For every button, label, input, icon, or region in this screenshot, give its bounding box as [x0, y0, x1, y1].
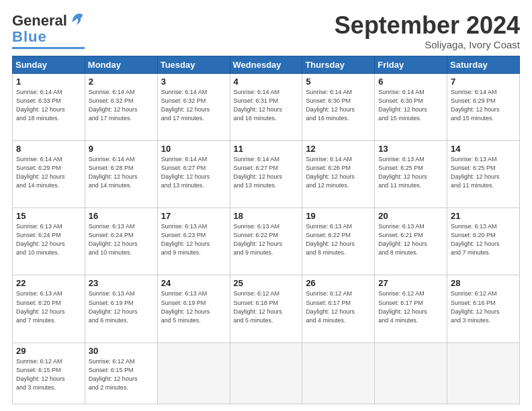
calendar-cell: 9Sunrise: 6:14 AM Sunset: 6:28 PM Daylig…: [85, 140, 157, 208]
calendar-cell: 2Sunrise: 6:14 AM Sunset: 6:32 PM Daylig…: [85, 73, 157, 140]
header: General Blue September 2024 Soliyaga, Iv…: [12, 12, 520, 50]
month-title: September 2024: [335, 12, 520, 39]
weekday-sunday: Sunday: [13, 56, 85, 73]
day-number: 16: [89, 211, 154, 221]
day-info: Sunrise: 6:14 AM Sunset: 6:29 PM Dayligh…: [16, 155, 81, 190]
calendar-cell: 7Sunrise: 6:14 AM Sunset: 6:29 PM Daylig…: [447, 73, 520, 140]
week-row-4: 22Sunrise: 6:13 AM Sunset: 6:20 PM Dayli…: [13, 275, 520, 342]
calendar-cell: 18Sunrise: 6:13 AM Sunset: 6:22 PM Dayli…: [230, 208, 302, 275]
day-number: 24: [161, 278, 226, 288]
logo-general: General: [12, 12, 67, 30]
day-number: 14: [451, 144, 516, 154]
day-number: 13: [378, 144, 443, 154]
logo-blue: Blue: [12, 28, 47, 45]
calendar-cell: 4Sunrise: 6:14 AM Sunset: 6:31 PM Daylig…: [230, 73, 302, 140]
calendar-cell: [302, 342, 375, 404]
day-number: 30: [89, 346, 154, 356]
day-info: Sunrise: 6:14 AM Sunset: 6:26 PM Dayligh…: [306, 155, 371, 190]
location: Soliyaga, Ivory Coast: [335, 39, 520, 50]
logo: General Blue: [12, 12, 85, 49]
calendar-cell: 30Sunrise: 6:12 AM Sunset: 6:15 PM Dayli…: [85, 342, 157, 404]
calendar-cell: 21Sunrise: 6:13 AM Sunset: 6:20 PM Dayli…: [447, 208, 520, 275]
day-info: Sunrise: 6:12 AM Sunset: 6:17 PM Dayligh…: [306, 289, 371, 324]
calendar-cell: [230, 342, 302, 404]
week-row-1: 1Sunrise: 6:14 AM Sunset: 6:33 PM Daylig…: [13, 73, 520, 140]
day-number: 18: [234, 211, 299, 221]
day-number: 17: [161, 211, 226, 221]
calendar-cell: 22Sunrise: 6:13 AM Sunset: 6:20 PM Dayli…: [13, 275, 85, 342]
day-info: Sunrise: 6:13 AM Sunset: 6:20 PM Dayligh…: [16, 289, 81, 324]
day-info: Sunrise: 6:13 AM Sunset: 6:22 PM Dayligh…: [306, 222, 371, 257]
logo-bird-icon: [69, 11, 85, 28]
day-number: 21: [451, 211, 516, 221]
calendar-cell: 27Sunrise: 6:12 AM Sunset: 6:17 PM Dayli…: [375, 275, 447, 342]
day-info: Sunrise: 6:12 AM Sunset: 6:15 PM Dayligh…: [16, 357, 81, 392]
day-info: Sunrise: 6:13 AM Sunset: 6:24 PM Dayligh…: [89, 222, 154, 257]
day-info: Sunrise: 6:13 AM Sunset: 6:20 PM Dayligh…: [451, 222, 516, 257]
calendar-cell: 20Sunrise: 6:13 AM Sunset: 6:21 PM Dayli…: [375, 208, 447, 275]
weekday-wednesday: Wednesday: [230, 56, 302, 73]
day-info: Sunrise: 6:14 AM Sunset: 6:27 PM Dayligh…: [161, 155, 226, 190]
day-number: 9: [89, 144, 154, 154]
calendar-cell: 19Sunrise: 6:13 AM Sunset: 6:22 PM Dayli…: [302, 208, 375, 275]
calendar-cell: [375, 342, 447, 404]
calendar-cell: [157, 342, 230, 404]
weekday-monday: Monday: [85, 56, 157, 73]
day-number: 3: [161, 77, 226, 87]
day-number: 26: [306, 278, 371, 288]
day-info: Sunrise: 6:12 AM Sunset: 6:15 PM Dayligh…: [89, 357, 154, 392]
day-number: 11: [234, 144, 299, 154]
day-number: 6: [378, 77, 443, 87]
calendar-cell: 3Sunrise: 6:14 AM Sunset: 6:32 PM Daylig…: [157, 73, 230, 140]
day-info: Sunrise: 6:14 AM Sunset: 6:28 PM Dayligh…: [89, 155, 154, 190]
day-number: 1: [16, 77, 81, 87]
calendar-cell: 29Sunrise: 6:12 AM Sunset: 6:15 PM Dayli…: [13, 342, 85, 404]
calendar-cell: 28Sunrise: 6:12 AM Sunset: 6:16 PM Dayli…: [447, 275, 520, 342]
calendar-cell: 8Sunrise: 6:14 AM Sunset: 6:29 PM Daylig…: [13, 140, 85, 208]
calendar-cell: [447, 342, 520, 404]
title-section: September 2024 Soliyaga, Ivory Coast: [335, 12, 520, 50]
day-info: Sunrise: 6:13 AM Sunset: 6:22 PM Dayligh…: [234, 222, 299, 257]
calendar-cell: 13Sunrise: 6:13 AM Sunset: 6:25 PM Dayli…: [375, 140, 447, 208]
calendar-table: SundayMondayTuesdayWednesdayThursdayFrid…: [12, 56, 520, 404]
weekday-friday: Friday: [375, 56, 447, 73]
day-number: 23: [89, 278, 154, 288]
calendar-cell: 5Sunrise: 6:14 AM Sunset: 6:30 PM Daylig…: [302, 73, 375, 140]
day-number: 28: [451, 278, 516, 288]
calendar-cell: 6Sunrise: 6:14 AM Sunset: 6:30 PM Daylig…: [375, 73, 447, 140]
calendar-cell: 25Sunrise: 6:12 AM Sunset: 6:18 PM Dayli…: [230, 275, 302, 342]
calendar-cell: 10Sunrise: 6:14 AM Sunset: 6:27 PM Dayli…: [157, 140, 230, 208]
weekday-saturday: Saturday: [447, 56, 520, 73]
day-number: 22: [16, 278, 81, 288]
day-info: Sunrise: 6:12 AM Sunset: 6:17 PM Dayligh…: [378, 289, 443, 324]
week-row-3: 15Sunrise: 6:13 AM Sunset: 6:24 PM Dayli…: [13, 208, 520, 275]
day-number: 7: [451, 77, 516, 87]
day-info: Sunrise: 6:14 AM Sunset: 6:27 PM Dayligh…: [234, 155, 299, 190]
day-number: 19: [306, 211, 371, 221]
day-info: Sunrise: 6:14 AM Sunset: 6:32 PM Dayligh…: [89, 88, 154, 123]
day-info: Sunrise: 6:13 AM Sunset: 6:23 PM Dayligh…: [161, 222, 226, 257]
day-number: 10: [161, 144, 226, 154]
day-info: Sunrise: 6:13 AM Sunset: 6:25 PM Dayligh…: [378, 155, 443, 190]
calendar-cell: 17Sunrise: 6:13 AM Sunset: 6:23 PM Dayli…: [157, 208, 230, 275]
day-info: Sunrise: 6:14 AM Sunset: 6:33 PM Dayligh…: [16, 88, 81, 123]
day-info: Sunrise: 6:14 AM Sunset: 6:32 PM Dayligh…: [161, 88, 226, 123]
calendar-cell: 1Sunrise: 6:14 AM Sunset: 6:33 PM Daylig…: [13, 73, 85, 140]
day-number: 12: [306, 144, 371, 154]
day-info: Sunrise: 6:14 AM Sunset: 6:30 PM Dayligh…: [378, 88, 443, 123]
day-info: Sunrise: 6:12 AM Sunset: 6:16 PM Dayligh…: [451, 289, 516, 324]
calendar-cell: 24Sunrise: 6:13 AM Sunset: 6:19 PM Dayli…: [157, 275, 230, 342]
day-number: 2: [89, 77, 154, 87]
day-info: Sunrise: 6:14 AM Sunset: 6:30 PM Dayligh…: [306, 88, 371, 123]
day-number: 15: [16, 211, 81, 221]
day-number: 20: [378, 211, 443, 221]
calendar-cell: 26Sunrise: 6:12 AM Sunset: 6:17 PM Dayli…: [302, 275, 375, 342]
weekday-thursday: Thursday: [302, 56, 375, 73]
day-info: Sunrise: 6:14 AM Sunset: 6:31 PM Dayligh…: [234, 88, 299, 123]
calendar-cell: 15Sunrise: 6:13 AM Sunset: 6:24 PM Dayli…: [13, 208, 85, 275]
day-info: Sunrise: 6:13 AM Sunset: 6:19 PM Dayligh…: [161, 289, 226, 324]
week-row-2: 8Sunrise: 6:14 AM Sunset: 6:29 PM Daylig…: [13, 140, 520, 208]
day-number: 4: [234, 77, 299, 87]
day-number: 5: [306, 77, 371, 87]
weekday-header-row: SundayMondayTuesdayWednesdayThursdayFrid…: [13, 56, 520, 73]
